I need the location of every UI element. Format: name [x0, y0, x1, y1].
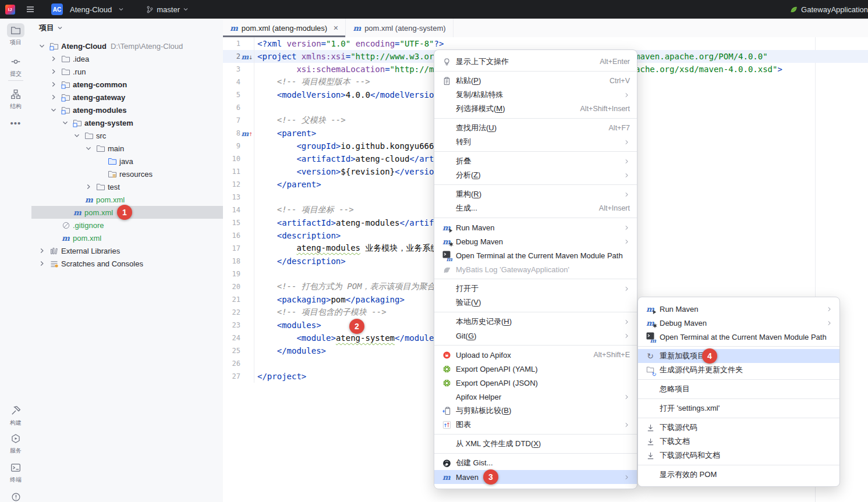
context-menu-item-export-openapi-json[interactable]: Export OpenAPI (JSON)	[434, 376, 637, 390]
tree-expand-chevron-icon[interactable]	[83, 144, 94, 153]
run-configuration-widget[interactable]: GatewayApplication	[789, 0, 868, 19]
stripe-item-project[interactable]: 项目	[0, 23, 31, 47]
tree-item-ateng-system[interactable]: ateng-system	[31, 116, 223, 129]
project-panel-header[interactable]: 项目	[39, 23, 63, 33]
tree-expand-chevron-icon[interactable]	[48, 80, 59, 89]
context-menu-item-generate[interactable]: 生成...Alt+Insert	[434, 201, 637, 215]
download-icon	[645, 423, 656, 432]
tree-expand-chevron-icon[interactable]	[36, 246, 48, 255]
context-menu-item-open-maven-terminal[interactable]: mOpen Terminal at the Current Maven Modu…	[434, 248, 637, 262]
context-menu-item-maven[interactable]: mMaven	[434, 470, 637, 484]
tree-item-.idea[interactable]: .idea	[31, 52, 223, 65]
editor-tab-ateng-modules[interactable]: mpom.xml (ateng-modules)✕	[223, 19, 346, 37]
tree-item-test[interactable]: test	[31, 180, 223, 193]
maven-submenu-item-download-sources[interactable]: 下载源代码	[638, 421, 839, 435]
maven-submenu-item-reload-project[interactable]: ↻重新加载项目	[638, 349, 839, 363]
stripe-item-structure[interactable]: 结构	[0, 87, 31, 111]
ignore-icon	[59, 221, 72, 230]
tree-item-externallibraries[interactable]: External Libraries	[31, 244, 223, 257]
context-menu-item-run-maven[interactable]: mRun Maven	[434, 220, 637, 234]
context-menu-item-copy-paste-special[interactable]: 复制/粘贴特殊	[434, 88, 637, 102]
context-menu-item-go-to[interactable]: 转到	[434, 135, 637, 149]
context-menu-item-debug-maven[interactable]: mDebug Maven	[434, 234, 637, 248]
context-menu-item-generate-dtd-from-xml[interactable]: 从 XML 文件生成 DTD(X)	[434, 437, 637, 451]
menu-item-label: Run Maven	[456, 223, 610, 232]
context-menu-item-paste[interactable]: 粘贴(P)Ctrl+V	[434, 74, 637, 88]
tree-expand-chevron-icon[interactable]	[71, 131, 83, 140]
code-line-text: <!-- 项目包含的子模块 -->	[254, 307, 387, 318]
tree-expand-chevron-icon[interactable]	[59, 118, 71, 127]
line-number: 11	[223, 168, 240, 176]
context-menu-item-find-usages[interactable]: 查找用法(U)Alt+F7	[434, 121, 637, 135]
context-menu-item-folding[interactable]: 折叠	[434, 154, 637, 168]
maven-submenu-item-download-documentation[interactable]: 下载文档	[638, 435, 839, 448]
maven-submenu-item-debug-maven[interactable]: mDebug Maven	[638, 316, 839, 330]
paste-icon	[441, 77, 452, 86]
line-number: 17	[223, 244, 240, 252]
tab-close-icon[interactable]: ✕	[333, 24, 338, 32]
tree-item-ateng-common[interactable]: ateng-common	[31, 78, 223, 91]
maven-submenu-item-run-maven[interactable]: mRun Maven	[638, 302, 839, 316]
tree-expand-chevron-icon[interactable]	[48, 92, 59, 102]
context-menu-item-apifox-helper[interactable]: Apifox Helper	[434, 390, 637, 404]
editor-tab-bar: mpom.xml (ateng-modules)✕mpom.xml (ateng…	[223, 19, 868, 37]
tree-item-scratchesandconsoles[interactable]: Scratches and Consoles	[31, 257, 223, 270]
stripe-item-commit[interactable]: 提交	[0, 55, 31, 78]
maven-submenu-item-open-settings-xml[interactable]: 打开 'settings.xml'	[638, 401, 839, 415]
tree-item-java[interactable]: java	[31, 155, 223, 168]
tree-item-pom.xml[interactable]: mpom.xml	[31, 232, 223, 244]
project-name[interactable]: Ateng-Cloud	[70, 5, 112, 14]
maven-submenu-item-show-effective-pom[interactable]: 显示有效的 POM	[638, 468, 839, 482]
context-menu-item-compare-with-clipboard[interactable]: 与剪贴板比较(B)	[434, 404, 637, 418]
context-menu-item-diagrams[interactable]: 图表	[434, 418, 637, 432]
tree-expand-chevron-icon[interactable]	[83, 182, 94, 191]
stripe-item-more[interactable]: •••	[0, 116, 31, 130]
menu-item-label: 复制/粘贴特殊	[456, 90, 610, 100]
tree-item-.run[interactable]: .run	[31, 65, 223, 78]
context-menu-item-show-context-actions[interactable]: 显示上下文操作Alt+Enter	[434, 55, 637, 69]
tree-item-src[interactable]: src	[31, 129, 223, 142]
tree-item-.gitignore[interactable]: .gitignore	[31, 219, 223, 232]
tree-item-ateng-modules[interactable]: ateng-modules	[31, 104, 223, 116]
context-menu-item-open-in[interactable]: 打开于	[434, 282, 637, 295]
maven-changed-up-icon[interactable]: m↑	[240, 129, 254, 138]
tree-item-main[interactable]: main	[31, 142, 223, 155]
tree-expand-chevron-icon[interactable]	[36, 259, 48, 268]
git-branch-icon	[146, 5, 154, 14]
tree-expand-chevron-icon[interactable]	[36, 41, 48, 51]
maven-submenu-item-open-maven-terminal[interactable]: mOpen Terminal at the Current Maven Modu…	[638, 330, 839, 344]
tree-item-pom.xml[interactable]: mpom.xml	[31, 193, 223, 206]
stripe-item-services[interactable]: 服务	[0, 432, 31, 455]
project-avatar[interactable]: AC	[51, 3, 63, 15]
context-menu-item-local-history[interactable]: 本地历史记录(H)	[434, 315, 637, 329]
tree-expand-chevron-icon[interactable]	[48, 67, 59, 76]
context-menu-item-analyze[interactable]: 分析(Z)	[434, 168, 637, 182]
vcs-branch-widget[interactable]: master	[146, 5, 189, 14]
tree-expand-chevron-icon[interactable]	[48, 105, 59, 115]
context-menu-item-upload-to-apifox[interactable]: Upload to ApifoxAlt+Shift+E	[434, 348, 637, 362]
main-menu-icon[interactable]	[26, 5, 35, 14]
context-menu-item-git[interactable]: Git(G)	[434, 329, 637, 343]
tree-item-ateng-gateway[interactable]: ateng-gateway	[31, 91, 223, 104]
stripe-item-problems[interactable]	[0, 490, 31, 502]
maven-submenu-item-ignore-projects[interactable]: 忽略项目	[638, 382, 839, 396]
stripe-item-build[interactable]: 构建	[0, 404, 31, 427]
tree-expand-chevron-icon[interactable]	[48, 54, 59, 63]
context-menu-item-create-gist[interactable]: 创建 Gist...	[434, 456, 637, 470]
maven-debug-icon: m	[441, 237, 452, 246]
maven-submenu-item-generate-sources[interactable]: ↻生成源代码并更新文件夹	[638, 363, 839, 377]
tree-item-ateng-cloud[interactable]: Ateng-CloudD:\Temp\Ateng-Cloud	[31, 40, 223, 52]
context-menu-item-validate[interactable]: 验证(V)	[434, 295, 637, 309]
maven-changed-down-icon[interactable]: m↓	[240, 52, 254, 61]
download-icon	[645, 437, 656, 446]
code-line-1[interactable]: 1<?xml version="1.0" encoding="UTF-8"?>	[223, 37, 868, 50]
tree-item-resources[interactable]: resources	[31, 168, 223, 180]
line-number: 13	[223, 193, 240, 201]
context-menu-item-export-openapi-yaml[interactable]: Export OpenAPI (YAML)	[434, 362, 637, 376]
project-panel-title: 项目	[39, 23, 54, 33]
editor-tab-ateng-system[interactable]: mpom.xml (ateng-system)	[346, 19, 453, 37]
context-menu-item-refactor[interactable]: 重构(R)	[434, 187, 637, 201]
context-menu-item-column-selection-mode[interactable]: 列选择模式(M)Alt+Shift+Insert	[434, 102, 637, 116]
stripe-item-terminal[interactable]: 终端	[0, 461, 31, 484]
maven-submenu-item-download-sources-and-docs[interactable]: 下载源代码和文档	[638, 448, 839, 462]
